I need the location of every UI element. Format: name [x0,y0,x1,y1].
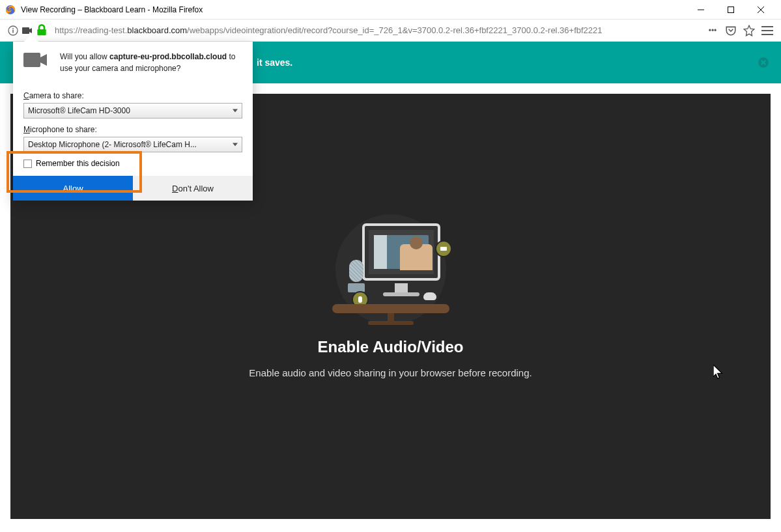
bookmark-star-icon[interactable] [743,25,755,36]
window-title: View Recording – Blackboard Learn - Mozi… [21,5,686,14]
microphone-illustration [347,260,366,292]
microphone-share-label: Microphone to share: [23,125,242,134]
page-actions-icon[interactable]: ••• [707,25,718,36]
notification-close-icon[interactable] [758,57,769,68]
url-text[interactable]: https://reading-test.blackboard.com/weba… [55,25,703,35]
mouse-illustration [423,292,436,300]
svg-rect-13 [23,53,40,67]
enable-av-heading: Enable Audio/Video [195,338,586,356]
camera-select[interactable]: Microsoft® LifeCam HD-3000 [23,103,242,119]
menu-icon[interactable] [761,25,773,36]
svg-rect-9 [37,29,46,35]
camera-share-label: Camera to share: [23,91,242,100]
microphone-select[interactable]: Desktop Microphone (2- Microsoft® LifeCa… [23,137,242,152]
enable-av-illustration [332,214,449,325]
pocket-icon[interactable] [725,25,737,36]
enable-av-subtext: Enable audio and video sharing in your b… [195,365,586,381]
svg-rect-7 [12,27,14,29]
firefox-icon [5,5,16,15]
lock-icon[interactable] [36,25,47,36]
camera-badge-icon [435,240,452,257]
svg-rect-6 [12,29,14,33]
window-minimize-button[interactable] [686,0,716,20]
window-close-button[interactable] [746,0,776,20]
permission-prompt-text: Will you allow capture-eu-prod.bbcollab.… [60,51,242,74]
permission-dialog: Will you allow capture-eu-prod.bbcollab.… [13,42,253,201]
site-info-icon[interactable] [8,25,18,36]
remember-label: Remember this decision [36,159,120,168]
remember-checkbox[interactable] [23,160,32,168]
dont-allow-button[interactable]: Don't Allow [133,176,253,201]
allow-button[interactable]: Allow [13,176,133,201]
window-titlebar: View Recording – Blackboard Learn - Mozi… [0,0,781,20]
svg-rect-2 [728,7,734,12]
camera-icon [23,51,48,69]
svg-rect-8 [22,27,29,34]
notification-text: it saves. [257,57,292,68]
address-bar: https://reading-test.blackboard.com/weba… [0,20,781,42]
mouse-cursor-icon [713,365,724,379]
window-maximize-button[interactable] [716,0,746,20]
